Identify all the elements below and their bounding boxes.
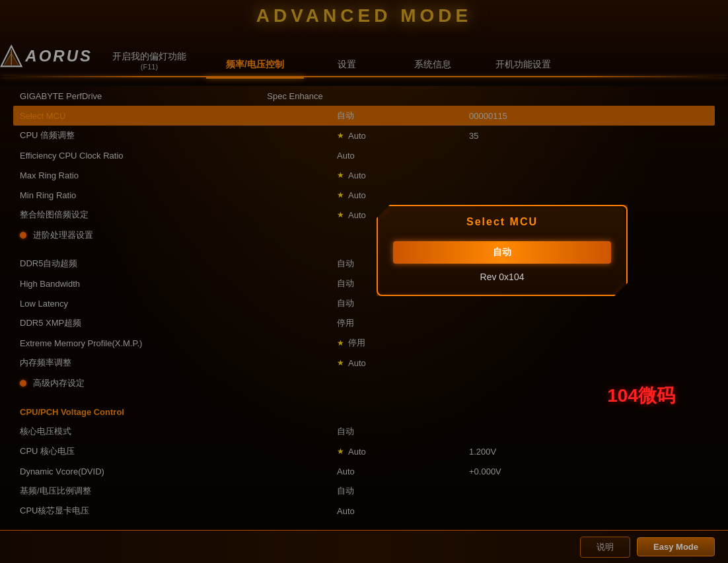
modal-inner: Select MCU 自动 Rev 0x104 — [380, 208, 624, 293]
modal-option-auto[interactable]: 自动 — [393, 241, 611, 264]
modal-outer: Select MCU 自动 Rev 0x104 — [377, 205, 628, 296]
select-mcu-modal: Select MCU 自动 Rev 0x104 — [377, 205, 628, 296]
modal-title: Select MCU — [380, 208, 624, 236]
microcode-annotation: 104微码 — [607, 383, 675, 408]
modal-option-rev[interactable]: Rev 0x104 — [393, 269, 611, 285]
